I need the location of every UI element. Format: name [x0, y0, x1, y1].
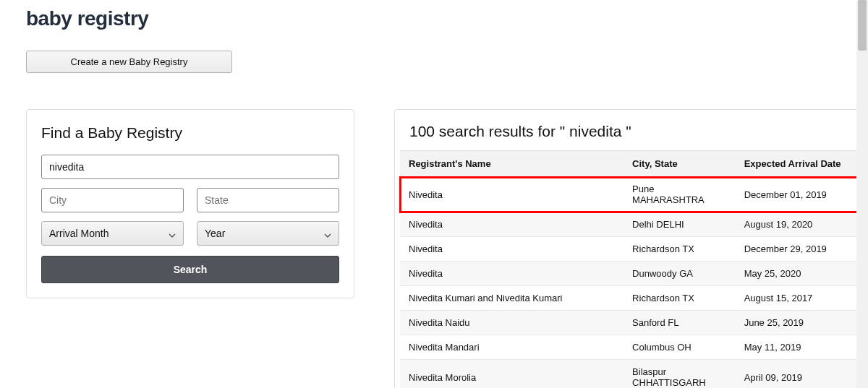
cell-expected-date: June 25, 2019	[736, 311, 866, 335]
cell-expected-date: May 11, 2019	[736, 335, 866, 360]
scrollbar-thumb[interactable]	[858, 0, 867, 51]
page-title: baby registry	[26, 7, 842, 30]
chevron-down-icon	[169, 230, 176, 237]
cell-city-state: Delhi DELHI	[624, 212, 736, 237]
cell-city-state: Sanford FL	[624, 311, 736, 335]
cell-city-state: Richardson TX	[624, 286, 736, 311]
results-table: Registrant's Name City, State Expected A…	[400, 150, 866, 388]
cell-registrant-name: Nivedita Kumari and Nivedita Kumari	[400, 286, 624, 311]
cell-city-state: Richardson TX	[624, 237, 736, 262]
cell-expected-date: December 01, 2019	[736, 177, 866, 212]
create-registry-button[interactable]: Create a new Baby Registry	[26, 51, 232, 73]
cell-city-state: Bilaspur CHHATTISGARH	[624, 360, 736, 389]
state-input[interactable]	[197, 188, 339, 212]
cell-registrant-name: Nivedita Mandari	[400, 335, 624, 360]
cell-city-state: Dunwoody GA	[624, 262, 736, 286]
table-row[interactable]: Nivedita MandariColumbus OHMay 11, 2019	[400, 335, 866, 360]
table-row[interactable]: NiveditaDunwoody GAMay 25, 2020	[400, 262, 866, 286]
arrival-month-label: Arrival Month	[49, 228, 109, 239]
cell-expected-date: April 09, 2019	[736, 360, 866, 389]
year-label: Year	[205, 228, 225, 239]
results-title: 100 search results for " nivedita "	[395, 110, 868, 150]
arrival-month-select[interactable]: Arrival Month	[41, 221, 184, 246]
cell-expected-date: May 25, 2020	[736, 262, 866, 286]
col-head-city: City, State	[624, 151, 736, 177]
col-head-date: Expected Arrival Date	[736, 151, 866, 177]
scrollbar[interactable]	[856, 0, 868, 388]
table-row[interactable]: Nivedita MoroliaBilaspur CHHATTISGARHApr…	[400, 360, 866, 389]
cell-expected-date: August 19, 2020	[736, 212, 866, 237]
search-button[interactable]: Search	[41, 256, 339, 283]
registrant-name-input[interactable]	[41, 155, 339, 179]
results-card: 100 search results for " nivedita " Regi…	[394, 109, 868, 388]
cell-registrant-name: Nivedita	[400, 262, 624, 286]
year-select[interactable]: Year	[197, 221, 339, 246]
cell-city-state: Columbus OH	[624, 335, 736, 360]
table-row[interactable]: Nivedita NaiduSanford FLJune 25, 2019	[400, 311, 866, 335]
chevron-down-icon	[324, 230, 331, 237]
cell-registrant-name: Nivedita Morolia	[400, 360, 624, 389]
cell-registrant-name: Nivedita Naidu	[400, 311, 624, 335]
cell-registrant-name: Nivedita	[400, 237, 624, 262]
table-row[interactable]: NiveditaPune MAHARASHTRADecember 01, 201…	[400, 177, 866, 212]
cell-expected-date: August 15, 2017	[736, 286, 866, 311]
table-row[interactable]: Nivedita Kumari and Nivedita KumariRicha…	[400, 286, 866, 311]
find-registry-title: Find a Baby Registry	[41, 124, 339, 142]
table-row[interactable]: NiveditaRichardson TXDecember 29, 2019	[400, 237, 866, 262]
cell-expected-date: December 29, 2019	[736, 237, 866, 262]
cell-registrant-name: Nivedita	[400, 212, 624, 237]
table-row[interactable]: NiveditaDelhi DELHIAugust 19, 2020	[400, 212, 866, 237]
col-head-name: Registrant's Name	[400, 151, 624, 177]
city-input[interactable]	[41, 188, 184, 212]
cell-registrant-name: Nivedita	[400, 177, 624, 212]
find-registry-card: Find a Baby Registry Arrival Month Year …	[26, 109, 354, 298]
cell-city-state: Pune MAHARASHTRA	[624, 177, 736, 212]
